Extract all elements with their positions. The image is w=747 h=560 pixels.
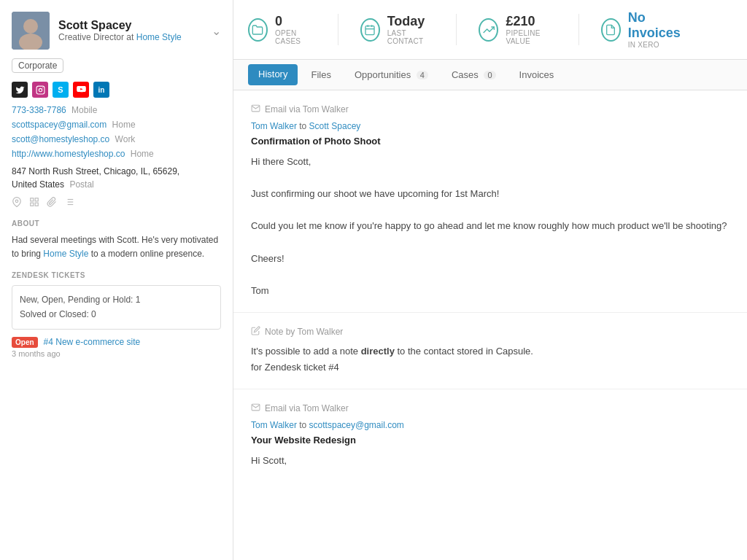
stat-last-contact-content: Today LAST CONTACT (387, 14, 435, 45)
history-item-email-2: Email via Tom Walker Tom Walker to scott… (233, 389, 747, 482)
history-meta-2: Email via Tom Walker (251, 402, 729, 414)
tab-opportunities[interactable]: Opportunities 4 (344, 62, 438, 89)
to-link-1[interactable]: Scott Spacey (309, 121, 361, 131)
history-from-1: Tom Walker to Scott Spacey (251, 121, 729, 131)
pipeline-value: £210 (506, 14, 556, 29)
email-icon-1 (251, 104, 260, 115)
location-icon[interactable] (12, 197, 22, 209)
profile-chevron[interactable]: ⌄ (212, 24, 221, 38)
pipeline-icon (479, 18, 498, 42)
corporate-tag[interactable]: Corporate (12, 58, 63, 73)
ticket-open-badge: Open (12, 337, 38, 348)
stat-invoices: No Invoices IN XERO (601, 10, 711, 49)
about-title: ABOUT (12, 219, 221, 228)
svg-rect-3 (36, 86, 44, 94)
history-body-2: Hi Scott, (251, 453, 729, 469)
ticket-item: Open #4 New e-commerce site (12, 337, 221, 348)
profile-header: Scott Spacey Creative Director at Home S… (12, 12, 221, 50)
history-item-email-1: Email via Tom Walker Tom Walker to Scott… (233, 90, 747, 313)
svg-rect-17 (365, 26, 374, 34)
instagram-icon[interactable] (32, 82, 48, 98)
email-work-label: Work (115, 134, 136, 144)
email-home-item: scottspacey@gmail.com Home (12, 120, 221, 130)
about-company-link[interactable]: Home Style (43, 249, 88, 259)
company-link[interactable]: Home Style (136, 32, 182, 42)
history-item-note: Note by Tom Walker It's possible to add … (233, 313, 747, 389)
tab-history[interactable]: History (248, 64, 298, 85)
list-icon[interactable] (64, 197, 74, 209)
paperclip-icon[interactable] (47, 197, 57, 209)
open-cases-label: OPEN CASES (275, 29, 316, 45)
last-contact-icon (360, 18, 380, 42)
invoices-value: No Invoices (628, 10, 689, 41)
last-contact-value: Today (387, 14, 435, 29)
avatar-image (12, 12, 50, 50)
note-body: It's possible to add a note directly to … (251, 343, 729, 376)
open-cases-icon (248, 18, 268, 42)
tab-cases[interactable]: Cases 0 (441, 62, 506, 89)
phone-label: Mobile (71, 105, 97, 115)
stats-bar: 0 OPEN CASES Today LAST CONTACT £210 PIP… (233, 0, 747, 60)
from-link-1[interactable]: Tom Walker (251, 121, 297, 131)
history-meta-1: Email via Tom Walker (251, 104, 729, 115)
profile-title: Creative Director at Home Style (58, 32, 203, 42)
open-cases-value: 0 (275, 14, 316, 29)
about-text: Had several meetings with Scott. He's ve… (12, 233, 221, 261)
youtube-icon[interactable] (73, 82, 89, 98)
stat-invoices-content: No Invoices IN XERO (628, 10, 689, 49)
action-icons (12, 197, 221, 209)
zendesk-stats-box: New, Open, Pending or Hold: 1 Solved or … (12, 285, 221, 329)
email-meta-label-1: Email via Tom Walker (265, 104, 349, 114)
pipeline-label: PIPELINE VALUE (506, 29, 556, 45)
ticket-link[interactable]: #4 New e-commerce site (44, 337, 141, 347)
invoices-label: IN XERO (628, 41, 689, 49)
svg-point-6 (15, 200, 18, 203)
svg-rect-9 (31, 203, 34, 206)
svg-point-4 (39, 88, 42, 91)
tab-invoices[interactable]: Invoices (509, 62, 565, 89)
phone-link[interactable]: 773-338-7786 (12, 105, 66, 115)
history-subject-2: Your Website Redesign (251, 435, 729, 446)
tabs-bar: History Files Opportunities 4 Cases 0 In… (233, 60, 747, 90)
from-link-2[interactable]: Tom Walker (251, 420, 297, 430)
social-icons: S in (12, 82, 221, 98)
history-from-2: Tom Walker to scottspacey@gmail.com (251, 420, 729, 430)
email-icon-2 (251, 402, 260, 414)
grid-icon[interactable] (29, 197, 39, 209)
profile-info: Scott Spacey Creative Director at Home S… (58, 19, 203, 42)
email-meta-label-2: Email via Tom Walker (265, 403, 349, 413)
phone-item: 773-338-7786 Mobile (12, 105, 221, 115)
history-subject-1: Confirmation of Photo Shoot (251, 136, 729, 147)
left-panel: Scott Spacey Creative Director at Home S… (0, 0, 233, 560)
zendesk-stat-open: New, Open, Pending or Hold: 1 (20, 293, 213, 307)
url-link[interactable]: http://www.homestyleshop.co (12, 149, 125, 159)
email-work-link[interactable]: scott@homestyleshop.co (12, 134, 109, 144)
tab-files[interactable]: Files (301, 62, 341, 89)
email-work-item: scott@homestyleshop.co Work (12, 134, 221, 144)
stat-open-cases: 0 OPEN CASES (248, 14, 338, 45)
right-panel: 0 OPEN CASES Today LAST CONTACT £210 PIP… (233, 0, 747, 560)
url-item: http://www.homestyleshop.co Home (12, 149, 221, 159)
avatar (12, 12, 50, 50)
stat-last-contact: Today LAST CONTACT (360, 14, 457, 45)
profile-name: Scott Spacey (58, 19, 203, 32)
url-label: Home (131, 149, 154, 159)
skype-icon[interactable]: S (53, 82, 69, 98)
stat-pipeline-content: £210 PIPELINE VALUE (506, 14, 556, 45)
invoices-icon (601, 18, 621, 42)
twitter-icon[interactable] (12, 82, 28, 98)
email-home-link[interactable]: scottspacey@gmail.com (12, 120, 107, 130)
svg-rect-8 (35, 198, 38, 201)
note-meta-label: Note by Tom Walker (265, 327, 343, 337)
linkedin-icon[interactable]: in (93, 82, 109, 98)
svg-rect-7 (31, 198, 34, 201)
svg-point-5 (42, 87, 42, 88)
to-link-2[interactable]: scottspacey@gmail.com (309, 420, 404, 430)
history-meta-note: Note by Tom Walker (251, 326, 729, 338)
last-contact-label: LAST CONTACT (387, 29, 435, 45)
ticket-age: 3 months ago (12, 349, 221, 358)
history-body-1: Hi there Scott, Just confirming our shoo… (251, 154, 729, 299)
email-home-label: Home (112, 120, 136, 130)
zendesk-stat-closed: Solved or Closed: 0 (20, 308, 213, 322)
address-block: 847 North Rush Street, Chicago, IL, 6562… (12, 165, 221, 191)
